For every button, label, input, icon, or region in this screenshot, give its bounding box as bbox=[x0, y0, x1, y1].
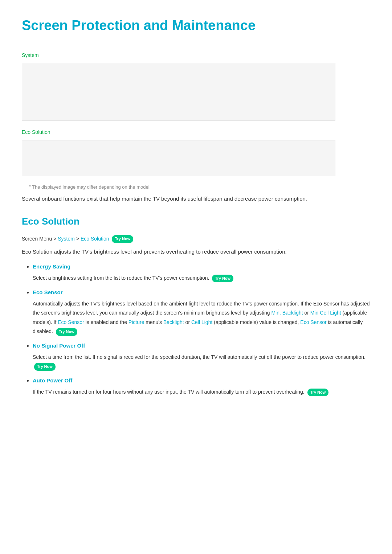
eco-solution-screenshot-image bbox=[22, 140, 335, 176]
eco-breadcrumb-row: Screen Menu > System > Eco Solution Try … bbox=[22, 235, 370, 243]
image-note: " The displayed image may differ dependi… bbox=[29, 184, 370, 191]
list-item-auto-power-off: Auto Power Off If the TV remains turned … bbox=[33, 376, 370, 397]
eco-solution-breadcrumb[interactable]: Eco Solution bbox=[22, 128, 370, 136]
energy-saving-desc: Select a brightness setting from the lis… bbox=[33, 275, 233, 281]
note-text: The displayed image may differ depending… bbox=[32, 184, 151, 190]
breadcrumb-separator-2: > bbox=[76, 236, 81, 242]
auto-power-off-desc: If the TV remains turned on for four hou… bbox=[33, 389, 328, 395]
auto-power-off-text: If the TV remains turned on for four hou… bbox=[33, 389, 305, 395]
energy-saving-text: Select a brightness setting from the lis… bbox=[33, 275, 209, 281]
eco-sensor-desc: Automatically adjusts the TV's brightnes… bbox=[33, 301, 370, 335]
note-icon: " bbox=[29, 184, 31, 190]
auto-power-off-title[interactable]: Auto Power Off bbox=[33, 376, 370, 385]
energy-saving-try-now[interactable]: Try Now bbox=[212, 275, 233, 283]
breadcrumb-system-link[interactable]: System bbox=[58, 236, 75, 242]
no-signal-try-now[interactable]: Try Now bbox=[34, 363, 56, 371]
system-screenshot-image bbox=[22, 63, 335, 121]
intro-paragraph: Several onboard functions exist that hel… bbox=[22, 194, 370, 203]
breadcrumb-separator-1: > bbox=[53, 236, 58, 242]
system-breadcrumb[interactable]: System bbox=[22, 51, 370, 59]
cell-light-link[interactable]: Cell Light bbox=[191, 319, 212, 325]
eco-sensor-try-now[interactable]: Try Now bbox=[56, 328, 77, 336]
eco-sensor-title[interactable]: Eco Sensor bbox=[33, 288, 370, 297]
list-item-energy-saving: Energy Saving Select a brightness settin… bbox=[33, 262, 370, 283]
backlight-link[interactable]: Backlight bbox=[163, 319, 184, 325]
page-title: Screen Protection and Maintenance bbox=[22, 15, 370, 40]
picture-link[interactable]: Picture bbox=[128, 319, 144, 325]
auto-power-off-try-now[interactable]: Try Now bbox=[307, 389, 329, 397]
no-signal-text: Select a time from the list. If no signa… bbox=[33, 354, 366, 360]
no-signal-power-off-title[interactable]: No Signal Power Off bbox=[33, 341, 370, 350]
eco-solution-title: Eco Solution bbox=[22, 214, 370, 229]
min-backlight-link[interactable]: Min. Backlight bbox=[271, 310, 303, 316]
eco-solution-try-now-badge[interactable]: Try Now bbox=[112, 235, 133, 243]
breadcrumb-eco-link[interactable]: Eco Solution bbox=[81, 236, 109, 242]
no-signal-power-off-desc: Select a time from the list. If no signa… bbox=[33, 354, 366, 369]
breadcrumb-prefix: Screen Menu bbox=[22, 236, 52, 242]
eco-features-list: Energy Saving Select a brightness settin… bbox=[22, 262, 370, 397]
list-item-no-signal-power-off: No Signal Power Off Select a time from t… bbox=[33, 341, 370, 371]
eco-sensor-inline-link-1[interactable]: Eco Sensor bbox=[58, 319, 84, 325]
eco-solution-description: Eco Solution adjusts the TV's brightness… bbox=[22, 247, 370, 256]
list-item-eco-sensor: Eco Sensor Automatically adjusts the TV'… bbox=[33, 288, 370, 336]
min-cell-light-link[interactable]: Min Cell Light bbox=[310, 310, 341, 316]
eco-sensor-inline-link-2[interactable]: Eco Sensor bbox=[300, 319, 326, 325]
energy-saving-title[interactable]: Energy Saving bbox=[33, 262, 370, 271]
